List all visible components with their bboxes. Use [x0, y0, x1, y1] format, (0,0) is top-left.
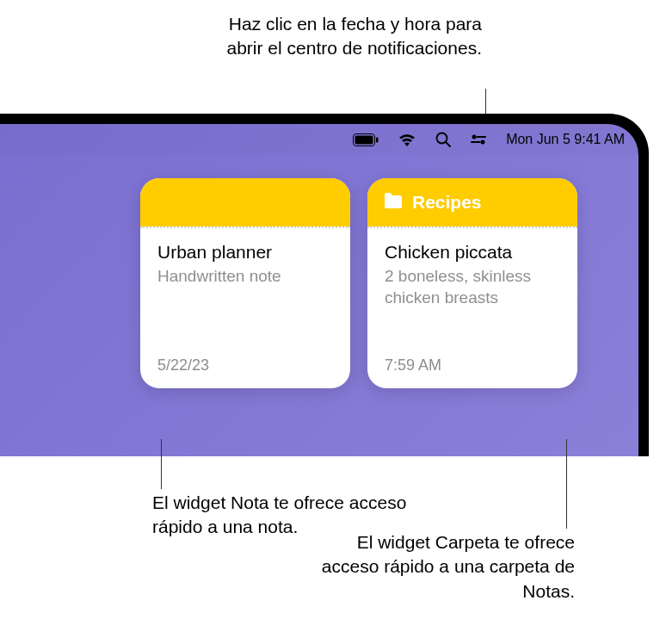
callout-line — [566, 439, 567, 529]
menubar: Mon Jun 5 9:41 AM — [0, 124, 638, 155]
svg-line-4 — [446, 142, 450, 146]
callout-datetime: Haz clic en la fecha y hora para abrir e… — [215, 12, 482, 61]
widget-note-title: Chicken piccata — [385, 242, 560, 263]
svg-rect-1 — [355, 135, 373, 144]
notes-widget-note[interactable]: Urban planner Handwritten note 5/22/23 — [140, 178, 350, 388]
widget-body: Urban planner Handwritten note — [140, 228, 350, 356]
search-icon[interactable] — [435, 132, 451, 147]
widget-note-date: 5/22/23 — [140, 356, 350, 388]
widget-header: Recipes — [367, 178, 577, 226]
control-center-icon[interactable] — [470, 133, 487, 146]
notes-widget-folder[interactable]: Recipes Chicken piccata 2 boneless, skin… — [367, 178, 577, 388]
callout-folder-widget: El widget Carpeta te ofrece acceso rápid… — [308, 530, 575, 604]
svg-point-5 — [472, 135, 477, 139]
folder-icon — [383, 192, 404, 213]
svg-rect-2 — [376, 137, 379, 142]
wifi-icon[interactable] — [398, 133, 416, 146]
widget-note-title: Urban planner — [157, 242, 333, 263]
menubar-datetime[interactable]: Mon Jun 5 9:41 AM — [506, 132, 625, 147]
widgets-area: Urban planner Handwritten note 5/22/23 R… — [140, 178, 577, 388]
widget-folder-name: Recipes — [412, 192, 482, 213]
widget-note-subtitle: 2 boneless, skinless chicken breasts — [385, 266, 560, 308]
battery-icon[interactable] — [353, 133, 379, 146]
device-frame: Mon Jun 5 9:41 AM Urban planner Handwrit… — [0, 114, 649, 456]
callout-line — [161, 439, 162, 489]
widget-body: Chicken piccata 2 boneless, skinless chi… — [367, 228, 577, 356]
desktop-screen: Mon Jun 5 9:41 AM Urban planner Handwrit… — [0, 124, 638, 456]
widget-note-time: 7:59 AM — [367, 356, 577, 388]
widget-header — [140, 178, 350, 226]
widget-note-subtitle: Handwritten note — [157, 266, 333, 288]
svg-point-7 — [481, 140, 485, 145]
